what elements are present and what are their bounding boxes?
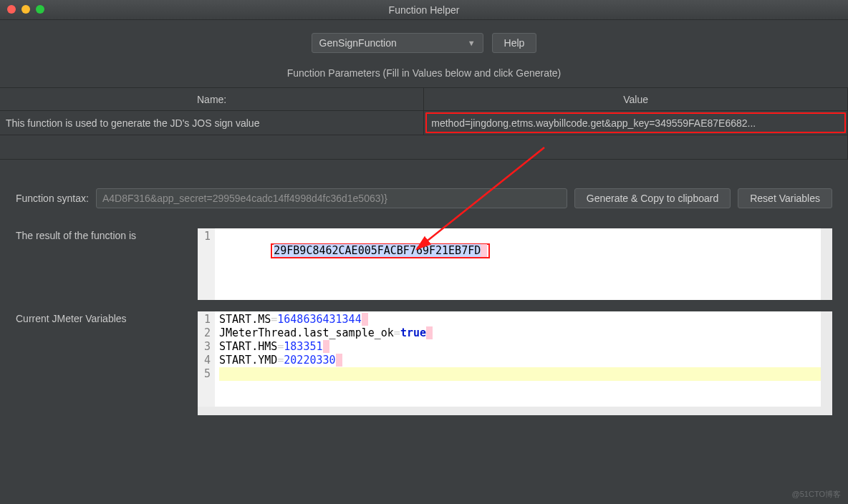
scrollbar-vertical[interactable] <box>821 311 832 407</box>
params-col-value: Value <box>424 88 848 111</box>
reset-button[interactable]: Reset Variables <box>738 188 832 208</box>
window-title: Function Helper <box>0 4 848 16</box>
minimize-icon[interactable] <box>21 5 30 14</box>
function-select-value: GenSignFunction <box>319 37 397 49</box>
scrollbar-horizontal[interactable] <box>198 407 832 415</box>
top-controls: GenSignFunction ▼ Help <box>0 20 848 63</box>
scrollbar-vertical[interactable] <box>821 228 832 300</box>
maximize-icon[interactable] <box>36 5 44 14</box>
params-table: Name: Value This function is used to gen… <box>0 87 848 160</box>
result-value: 29FB9C8462CAE005FACBF769F21EB7FD <box>274 244 481 257</box>
result-gutter: 1 <box>198 228 215 300</box>
params-header: Function Parameters (Fill in Values belo… <box>0 63 848 87</box>
result-box[interactable]: 1 29FB9C8462CAE005FACBF769F21EB7FD <box>198 228 832 300</box>
generate-button[interactable]: Generate & Copy to clipboard <box>574 188 731 208</box>
vars-box[interactable]: 1 2 3 4 5 START.MS=1648636431344 JMeterT… <box>198 311 832 415</box>
titlebar: Function Helper <box>0 0 848 20</box>
syntax-label: Function syntax: <box>16 193 89 204</box>
vars-gutter: 1 2 3 4 5 <box>198 311 215 407</box>
result-highlight: 29FB9C8462CAE005FACBF769F21EB7FD <box>271 243 490 258</box>
vars-label: Current JMeter Variables <box>16 311 188 324</box>
params-col-name: Name: <box>0 88 424 111</box>
param-value-cell[interactable]: method=jingdong.etms.waybillcode.get&app… <box>424 111 848 135</box>
table-row: This function is used to generate the JD… <box>0 111 848 135</box>
watermark: @51CTO博客 <box>792 489 841 500</box>
close-icon[interactable] <box>7 5 16 14</box>
help-button[interactable]: Help <box>492 33 537 53</box>
result-label: The result of the function is <box>16 228 188 241</box>
param-value-highlight: method=jingdong.etms.waybillcode.get&app… <box>425 112 846 133</box>
param-value-text: method=jingdong.etms.waybillcode.get&app… <box>431 117 756 129</box>
syntax-input[interactable] <box>96 188 567 208</box>
syntax-row: Function syntax: Generate & Copy to clip… <box>0 160 848 223</box>
result-row: The result of the function is 1 29FB9C84… <box>0 223 848 306</box>
result-lines: 29FB9C8462CAE005FACBF769F21EB7FD <box>215 228 821 300</box>
blank-row <box>0 135 848 160</box>
window-controls <box>7 5 44 14</box>
chevron-down-icon: ▼ <box>468 39 476 47</box>
vars-lines: START.MS=1648636431344 JMeterThread.last… <box>215 311 821 407</box>
param-name-cell: This function is used to generate the JD… <box>0 111 424 135</box>
function-select[interactable]: GenSignFunction ▼ <box>312 33 483 53</box>
vars-row: Current JMeter Variables 1 2 3 4 5 START… <box>0 306 848 421</box>
